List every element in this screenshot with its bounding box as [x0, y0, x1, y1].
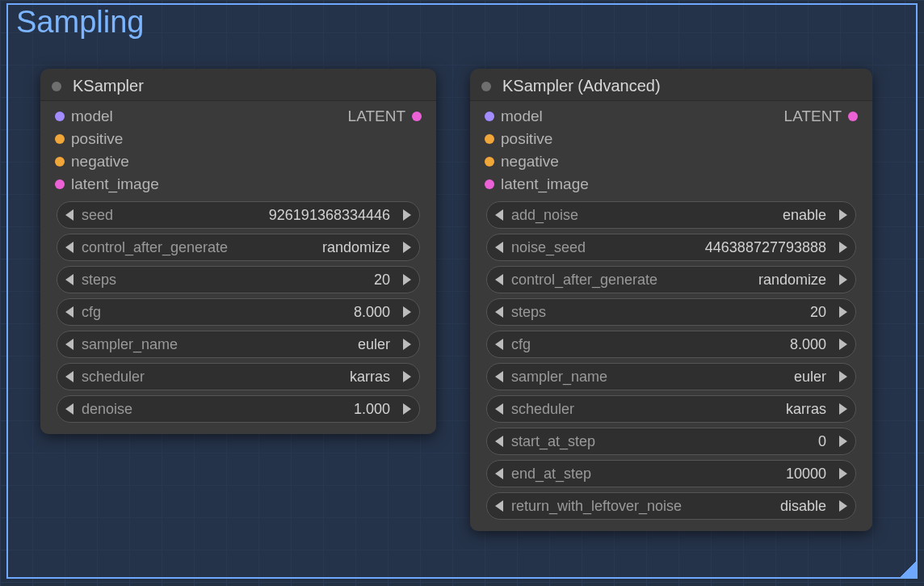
widget-start-at-step[interactable]: start_at_step 0	[486, 428, 856, 455]
input-latent-image[interactable]: latent_image	[485, 175, 589, 193]
output-latent[interactable]: LATENT	[784, 108, 858, 125]
decrement-icon[interactable]	[65, 403, 74, 415]
increment-icon[interactable]	[403, 339, 411, 350]
decrement-icon[interactable]	[495, 468, 503, 479]
widget-return-with-leftover-noise[interactable]: return_with_leftover_noise disable	[486, 492, 856, 520]
widget-seed[interactable]: seed 926191368334446	[57, 201, 420, 229]
widget-sampler-name[interactable]: sampler_name euler	[486, 363, 856, 390]
increment-icon[interactable]	[403, 371, 411, 382]
widget-sampler-name[interactable]: sampler_name euler	[57, 331, 420, 358]
widget-steps[interactable]: steps 20	[486, 298, 856, 326]
increment-icon[interactable]	[839, 403, 847, 415]
increment-icon[interactable]	[403, 403, 411, 415]
node-title: KSampler (Advanced)	[502, 77, 661, 95]
widget-add-noise[interactable]: add_noise enable	[486, 201, 856, 229]
increment-icon[interactable]	[839, 274, 847, 285]
decrement-icon[interactable]	[65, 306, 74, 318]
decrement-icon[interactable]	[65, 274, 74, 285]
node-ksampler-advanced[interactable]: KSampler (Advanced) model positive negat…	[470, 69, 872, 531]
node-body: model positive negative latent_image LAT…	[470, 100, 872, 531]
decrement-icon[interactable]	[495, 436, 503, 447]
increment-icon[interactable]	[839, 306, 847, 318]
node-header[interactable]: KSampler (Advanced)	[470, 69, 872, 100]
output-latent[interactable]: LATENT	[348, 108, 422, 125]
decrement-icon[interactable]	[65, 242, 74, 253]
increment-icon[interactable]	[839, 242, 847, 253]
widget-scheduler[interactable]: scheduler karras	[486, 395, 856, 423]
increment-icon[interactable]	[403, 274, 411, 285]
input-negative[interactable]: negative	[485, 153, 589, 171]
widget-cfg[interactable]: cfg 8.000	[486, 331, 856, 358]
node-header[interactable]: KSampler	[40, 69, 436, 100]
node-collapse-icon[interactable]	[481, 82, 491, 91]
input-negative[interactable]: negative	[55, 153, 159, 171]
decrement-icon[interactable]	[65, 371, 74, 382]
input-positive[interactable]: positive	[485, 130, 589, 148]
increment-icon[interactable]	[839, 436, 847, 447]
increment-icon[interactable]	[839, 500, 847, 512]
widget-control-after-generate[interactable]: control_after_generate randomize	[486, 266, 856, 293]
decrement-icon[interactable]	[495, 306, 503, 318]
node-body: model positive negative latent_image LAT…	[40, 100, 436, 434]
decrement-icon[interactable]	[495, 500, 503, 512]
decrement-icon[interactable]	[495, 339, 503, 350]
decrement-icon[interactable]	[495, 274, 503, 285]
increment-icon[interactable]	[403, 242, 411, 253]
decrement-icon[interactable]	[65, 339, 74, 350]
widget-scheduler[interactable]: scheduler karras	[57, 363, 420, 390]
group-title[interactable]: Sampling	[16, 5, 144, 40]
node-title: KSampler	[73, 77, 144, 95]
widget-steps[interactable]: steps 20	[57, 266, 420, 293]
decrement-icon[interactable]	[495, 403, 503, 415]
input-model[interactable]: model	[485, 108, 589, 125]
increment-icon[interactable]	[839, 209, 847, 221]
decrement-icon[interactable]	[495, 242, 503, 253]
widget-denoise[interactable]: denoise 1.000	[57, 395, 420, 423]
input-model[interactable]: model	[55, 108, 159, 125]
node-collapse-icon[interactable]	[52, 82, 61, 91]
increment-icon[interactable]	[403, 306, 411, 318]
input-positive[interactable]: positive	[55, 130, 159, 148]
increment-icon[interactable]	[839, 339, 847, 350]
increment-icon[interactable]	[839, 371, 847, 382]
node-ksampler[interactable]: KSampler model positive negative latent_…	[40, 69, 436, 434]
group-resize-handle[interactable]	[900, 561, 916, 577]
widget-control-after-generate[interactable]: control_after_generate randomize	[57, 234, 420, 261]
decrement-icon[interactable]	[495, 371, 503, 382]
increment-icon[interactable]	[403, 209, 411, 221]
widget-cfg[interactable]: cfg 8.000	[57, 298, 420, 326]
widget-noise-seed[interactable]: noise_seed 446388727793888	[486, 234, 856, 261]
input-latent-image[interactable]: latent_image	[55, 175, 159, 193]
decrement-icon[interactable]	[65, 209, 74, 221]
increment-icon[interactable]	[839, 468, 847, 479]
decrement-icon[interactable]	[495, 209, 503, 221]
widget-end-at-step[interactable]: end_at_step 10000	[486, 460, 856, 487]
